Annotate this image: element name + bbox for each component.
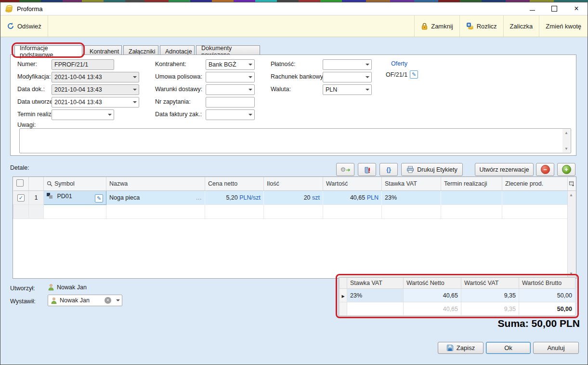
ellipsis-button[interactable]: … — [196, 194, 202, 201]
col-termin-realizacji[interactable]: Termin realizacji — [441, 177, 502, 191]
row-select-cell[interactable]: ✓ — [13, 191, 29, 205]
rozlicz-button[interactable]: Rozlicz — [460, 15, 503, 37]
container-alert-button[interactable] — [358, 163, 376, 176]
select-all-header[interactable] — [13, 177, 29, 191]
nr-zapytania-label: Nr zapytania: — [155, 98, 191, 105]
stawka-vat-cell[interactable]: 23% — [382, 191, 441, 205]
col-cena-netto[interactable]: Cena netto — [205, 177, 264, 191]
braces-button[interactable]: {} — [379, 163, 398, 176]
numer-field[interactable]: FPROF/21/1 — [52, 59, 114, 70]
vat-row[interactable]: ▶ 23% 40,65 9,35 50,00 — [340, 289, 575, 302]
data-faktury-zak-dropdown[interactable] — [206, 109, 255, 120]
suma-total: Suma: 50,00 PLN — [498, 318, 580, 329]
table-row[interactable]: ✓ 1 PD01 ✎ Noga pieca … — [13, 191, 568, 205]
col-ilosc[interactable]: Ilość — [264, 177, 323, 191]
col-nazwa[interactable]: Nazwa — [106, 177, 205, 191]
col-wartosc[interactable]: Wartość — [323, 177, 382, 191]
modyfikacja-label: Modyfikacja: — [17, 73, 51, 80]
chevron-down-icon[interactable] — [131, 85, 139, 95]
chevron-down-icon[interactable] — [131, 72, 139, 82]
process-gears-button[interactable]: ⚙➔ — [336, 163, 354, 176]
wartosc-cell[interactable]: 40,65 PLN — [323, 191, 382, 205]
col-zlecenie-prod[interactable]: Zlecenie prod. — [502, 177, 568, 191]
tab-informacje-podstawowe[interactable]: Informacje podstawowe — [14, 45, 82, 57]
scroll-down-icon[interactable]: ▼ — [564, 145, 568, 152]
kontrahent-dropdown[interactable]: Bank BGŻ — [206, 59, 255, 70]
save-button[interactable]: Zapisz — [438, 342, 483, 354]
detale-label: Detale: — [10, 164, 29, 171]
scroll-up-icon[interactable]: ▲ — [564, 129, 568, 136]
scroll-down-icon[interactable]: ▼ — [569, 270, 573, 277]
edit-symbol-icon[interactable]: ✎ — [95, 194, 103, 203]
close-button[interactable]: × — [565, 2, 588, 15]
symbol-cell[interactable]: PD01 ✎ — [44, 191, 106, 205]
edit-offer-icon[interactable]: ✎ — [410, 70, 418, 79]
vat-col-netto: Wartość Netto — [404, 278, 461, 289]
oferty-link[interactable]: Oferty — [391, 60, 407, 67]
zaliczka-button[interactable]: Zaliczka — [504, 15, 539, 37]
col-symbol[interactable]: Symbol — [44, 177, 106, 191]
drukuj-etykiety-button[interactable]: Drukuj Etykiety — [401, 163, 463, 176]
zmien-kwote-button[interactable]: Zmień kwotę — [539, 15, 588, 37]
data-utworzenia-dropdown[interactable]: 2021-10-04 13:43 — [52, 97, 139, 108]
uwagi-textarea[interactable]: ▲ ▼ — [19, 128, 571, 153]
uwagi-scrollbar[interactable]: ▲ ▼ — [562, 129, 570, 152]
row-indicator: ▶ — [340, 289, 347, 302]
chevron-down-icon[interactable] — [363, 85, 371, 95]
zamknij-button[interactable]: Zamknij — [415, 15, 459, 37]
chevron-down-icon[interactable] — [246, 72, 254, 82]
chevron-down-icon[interactable] — [363, 72, 371, 82]
remove-row-button[interactable]: − — [536, 163, 554, 176]
row-checkbox-checked[interactable]: ✓ — [17, 194, 25, 202]
refresh-button[interactable]: Odśwież — [0, 15, 48, 37]
minimize-button[interactable] — [521, 2, 543, 15]
cena-netto-cell[interactable]: 5,20 PLN/szt — [205, 191, 264, 205]
zlecenie-prod-cell[interactable] — [502, 191, 568, 205]
termin-realizacji-cell[interactable] — [441, 191, 502, 205]
chevron-down-icon[interactable] — [105, 110, 114, 120]
chevron-down-icon[interactable] — [246, 60, 254, 69]
wystawil-combo[interactable]: Nowak Jan × — [48, 295, 122, 306]
data-dok-dropdown[interactable]: 2021-10-04 13:43 — [52, 84, 139, 95]
rachunek-bankowy-dropdown[interactable] — [323, 72, 372, 82]
maximize-button[interactable] — [543, 2, 565, 15]
footer-buttons: Zapisz Ok Anuluj — [438, 342, 579, 354]
waluta-label: Waluta: — [271, 86, 291, 93]
nr-zapytania-field[interactable] — [206, 97, 255, 108]
vat-total-brutto: 50,00 — [519, 302, 575, 316]
umowa-polisowa-dropdown[interactable] — [206, 72, 255, 82]
tab-content-panel: Numer: FPROF/21/1 Modyfikacja: 2021-10-0… — [10, 54, 576, 156]
utworz-rezerwacje-button[interactable]: Utwórz rezerwacje — [475, 163, 534, 176]
cancel-button[interactable]: Anuluj — [533, 342, 579, 354]
gears-arrow-icon: ⚙➔ — [340, 166, 351, 173]
chevron-down-icon[interactable] — [363, 60, 371, 69]
chevron-down-icon[interactable] — [246, 110, 254, 120]
vat-total-row: 40,65 9,35 50,00 — [340, 302, 575, 316]
maximize-icon — [551, 6, 557, 12]
modyfikacja-dropdown[interactable]: 2021-10-04 13:43 — [52, 72, 139, 82]
product-icon — [47, 193, 53, 199]
clear-icon[interactable]: × — [105, 297, 111, 304]
warunki-dostawy-dropdown[interactable] — [206, 84, 255, 95]
platnosc-dropdown[interactable] — [323, 59, 372, 70]
window-controls: × — [521, 2, 588, 15]
select-all-checkbox[interactable] — [16, 179, 24, 187]
grid-scrollbar[interactable]: ▲ ▼ — [567, 177, 576, 278]
ilosc-cell[interactable]: 20 szt — [264, 191, 323, 205]
column-chooser-button[interactable] — [567, 177, 576, 191]
termin-realizacji-dropdown[interactable] — [52, 109, 114, 120]
wystawil-value: Nowak Jan — [60, 297, 102, 304]
screen: Proforma × Odśwież — [0, 0, 588, 365]
waluta-dropdown[interactable]: PLN — [323, 84, 372, 95]
chevron-down-icon[interactable] — [114, 295, 122, 306]
ok-button[interactable]: Ok — [486, 342, 531, 354]
chevron-down-icon[interactable] — [246, 85, 254, 95]
plus-circle-icon: + — [562, 165, 571, 174]
col-stawka-vat[interactable]: Stawka VAT — [382, 177, 441, 191]
column-chooser-icon — [569, 181, 575, 187]
chevron-down-icon[interactable] — [131, 97, 139, 107]
new-item-row[interactable] — [13, 205, 568, 219]
add-row-button[interactable]: + — [557, 163, 575, 176]
nazwa-cell[interactable]: Noga pieca … — [106, 191, 205, 205]
scroll-up-icon[interactable]: ▲ — [569, 191, 573, 199]
